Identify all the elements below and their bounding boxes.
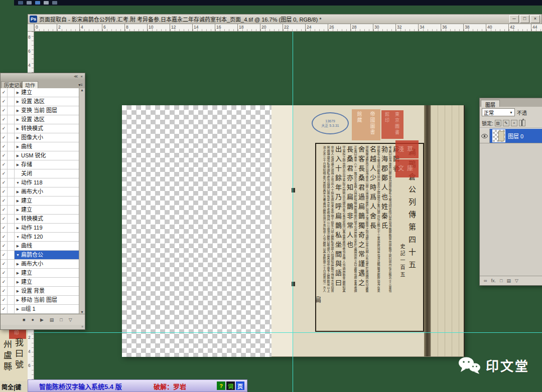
layer-thumbnail[interactable] xyxy=(492,129,505,142)
action-checkbox[interactable]: ✓ xyxy=(1,206,8,214)
action-expand-arrow[interactable]: ▶ xyxy=(15,160,21,169)
lock-position-icon[interactable]: + xyxy=(511,120,517,126)
collapse-panel-icon[interactable]: ≪ xyxy=(74,74,78,79)
action-row[interactable]: ✓ ▶ 画布大小 xyxy=(1,260,85,269)
horizontal-guide[interactable] xyxy=(34,332,542,333)
action-dialog-toggle[interactable] xyxy=(8,287,15,295)
action-row[interactable]: ✓ ▼ 动作 120 xyxy=(1,233,85,242)
action-dialog-toggle[interactable] xyxy=(8,124,15,133)
action-checkbox[interactable]: ✓ xyxy=(1,242,8,250)
action-checkbox[interactable]: ✓ xyxy=(1,287,8,295)
action-checkbox[interactable]: ✓ xyxy=(1,233,8,241)
layer-style-icon[interactable]: fx. xyxy=(491,278,496,283)
action-row[interactable]: ✓ ▶ USM 锐化 xyxy=(1,151,85,160)
close-button[interactable]: × xyxy=(530,15,540,23)
action-checkbox[interactable]: ✓ xyxy=(1,278,8,286)
action-checkbox[interactable]: ✓ xyxy=(1,88,8,97)
action-row[interactable]: ✓ ▶ 曲线 xyxy=(1,142,85,151)
panel-resize-grip[interactable]: ≡ xyxy=(1,325,85,329)
ime-bar[interactable]: 智能陈桥汉字输入系统5.4 版 破解：罗岩 主页：http://www. ? 词… xyxy=(28,379,247,392)
action-row[interactable]: ✓ ▶ 建立 xyxy=(1,269,85,278)
action-dialog-toggle[interactable] xyxy=(8,151,15,160)
action-dialog-toggle[interactable] xyxy=(8,97,15,106)
action-expand-arrow[interactable]: ▶ xyxy=(15,296,21,304)
new-set-icon[interactable]: ▤ xyxy=(50,317,54,322)
action-expand-arrow[interactable]: ▶ xyxy=(15,197,21,205)
action-dialog-toggle[interactable] xyxy=(8,178,15,187)
action-checkbox[interactable]: ✓ xyxy=(1,187,8,196)
action-expand-arrow[interactable]: ▼ xyxy=(15,178,21,187)
action-checkbox[interactable]: ✓ xyxy=(1,305,8,313)
action-row[interactable]: ✓ ▶ 转换模式 xyxy=(1,215,85,224)
action-row[interactable]: ✓ ▶ 建立 xyxy=(1,206,85,215)
action-expand-arrow[interactable]: ▼ xyxy=(15,233,21,241)
action-checkbox[interactable]: ✓ xyxy=(1,260,8,268)
action-row[interactable]: ✓ ▶ 转换模式 xyxy=(1,124,85,133)
action-checkbox[interactable]: ✓ xyxy=(1,106,8,115)
tab-layers[interactable]: 图层 xyxy=(481,100,500,107)
tab-history[interactable]: 历史记录 xyxy=(1,81,22,88)
document-image[interactable]: 13679 大正 5.3.31 帝國圖書館藏 東京圖書館印 淺草 文庫 扁鵲倉公… xyxy=(122,105,465,357)
action-checkbox[interactable]: ✓ xyxy=(1,169,8,178)
action-expand-arrow[interactable]: ▶ xyxy=(15,88,21,97)
action-dialog-toggle[interactable] xyxy=(8,206,15,214)
action-expand-arrow[interactable]: ▶ xyxy=(15,142,21,151)
action-dialog-toggle[interactable] xyxy=(8,260,15,268)
action-row[interactable]: ✓ ▶ 设置 选区 xyxy=(1,97,85,106)
action-row[interactable]: ✓ ▶ 动作 119 xyxy=(1,224,85,233)
taskbar-icon[interactable] xyxy=(18,1,23,5)
action-expand-arrow[interactable]: ▶ xyxy=(15,215,21,223)
action-checkbox[interactable]: ✓ xyxy=(1,133,8,142)
ime-word-icon[interactable]: 词 xyxy=(226,381,235,390)
action-dialog-toggle[interactable] xyxy=(8,305,15,313)
lock-pixels-icon[interactable]: ✎ xyxy=(503,120,509,126)
action-checkbox[interactable]: ✓ xyxy=(1,151,8,160)
lock-all-icon[interactable] xyxy=(519,120,525,126)
action-dialog-toggle[interactable] xyxy=(8,269,15,277)
action-dialog-toggle[interactable] xyxy=(8,106,15,115)
action-checkbox[interactable]: ✓ xyxy=(1,115,8,124)
close-panel-icon[interactable]: × xyxy=(80,74,83,79)
action-row[interactable]: ✓ 关闭 xyxy=(1,169,85,178)
action-checkbox[interactable]: ✓ xyxy=(1,160,8,169)
canvas-area[interactable]: 13679 大正 5.3.31 帝國圖書館藏 東京圖書館印 淺草 文庫 扁鵲倉公… xyxy=(34,32,542,392)
action-dialog-toggle[interactable] xyxy=(8,224,15,232)
new-group-icon[interactable]: ▤ xyxy=(506,278,511,283)
action-row[interactable]: ✓ ▶ 设置 选区 xyxy=(1,115,85,124)
action-row[interactable]: ✓ ▶ 建立 xyxy=(1,197,85,206)
action-expand-arrow[interactable]: ▶ xyxy=(15,224,21,232)
action-dialog-toggle[interactable] xyxy=(8,187,15,196)
layer-visibility-toggle[interactable] xyxy=(480,129,490,143)
action-row[interactable]: ✓ ▶ 存储 xyxy=(1,160,85,169)
actions-scrollbar[interactable]: ▲ ▼ xyxy=(79,88,85,314)
delete-layer-icon[interactable]: ▽ xyxy=(515,278,518,283)
action-dialog-toggle[interactable] xyxy=(8,242,15,250)
action-dialog-toggle[interactable] xyxy=(8,215,15,223)
action-expand-arrow[interactable]: ▶ xyxy=(15,206,21,214)
action-expand-arrow[interactable]: ▶ xyxy=(15,133,21,142)
action-checkbox[interactable]: ✓ xyxy=(1,224,8,232)
action-dialog-toggle[interactable] xyxy=(8,160,15,169)
action-row[interactable]: ✓ ▶ 变换 当前 图层 xyxy=(1,106,85,115)
scroll-down-icon[interactable]: ▼ xyxy=(79,310,85,314)
action-row[interactable]: ✓ ▼ 扁鹊仓公 xyxy=(1,251,85,260)
trash-icon[interactable]: ▽ xyxy=(69,317,72,322)
ime-page-icon[interactable]: 页 xyxy=(236,381,244,390)
action-row[interactable]: ✓ ▶ 曲线 xyxy=(1,242,85,251)
action-dialog-toggle[interactable] xyxy=(8,233,15,241)
action-checkbox[interactable]: ✓ xyxy=(1,251,8,259)
action-dialog-toggle[interactable] xyxy=(8,197,15,205)
action-expand-arrow[interactable]: ▶ xyxy=(15,242,21,250)
action-checkbox[interactable]: ✓ xyxy=(1,97,8,106)
blend-mode-select[interactable]: 正常 ▼ xyxy=(482,108,515,116)
action-row[interactable]: ✓ ▶ 建立 xyxy=(1,88,85,97)
action-expand-arrow[interactable]: ▼ xyxy=(15,251,21,259)
action-expand-arrow[interactable]: ▶ xyxy=(15,151,21,160)
action-row[interactable]: ✓ ▶ 移动 当前 图层 xyxy=(1,296,85,305)
action-row[interactable]: ✓ ▶ ▤ 组 1 xyxy=(1,305,85,314)
action-row[interactable]: ✓ ▼ 动作 118 xyxy=(1,178,85,187)
action-expand-arrow[interactable]: ▶ xyxy=(15,115,21,124)
action-expand-arrow[interactable]: ▶ xyxy=(15,287,21,295)
action-checkbox[interactable]: ✓ xyxy=(1,178,8,187)
action-expand-arrow[interactable]: ▶ xyxy=(15,97,21,106)
